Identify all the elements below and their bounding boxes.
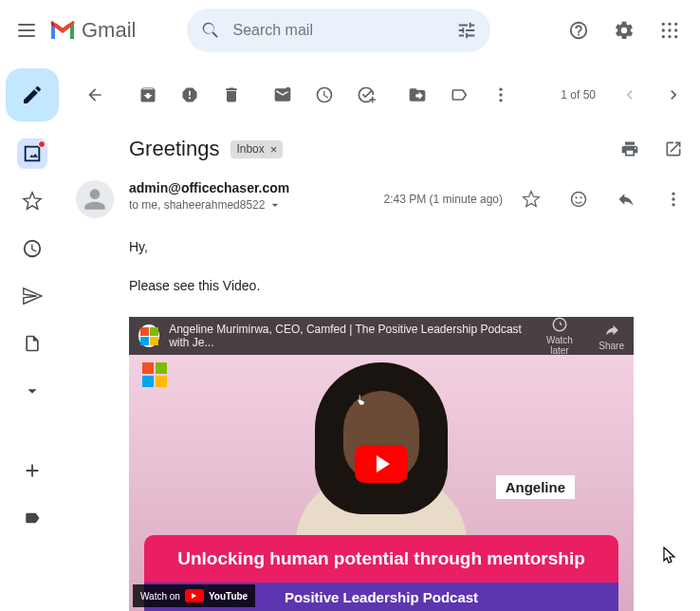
arrow-back-icon bbox=[85, 85, 104, 104]
message-more-button[interactable] bbox=[654, 180, 692, 218]
gmail-logo[interactable]: Gmail bbox=[49, 18, 136, 43]
chevron-left-icon bbox=[620, 85, 639, 104]
archive-button[interactable] bbox=[129, 76, 167, 114]
label-chip[interactable]: Inbox × bbox=[230, 140, 283, 158]
chevron-right-icon bbox=[664, 85, 683, 104]
video-banner-1: Unlocking human potential through mentor… bbox=[144, 535, 618, 583]
label-text: Inbox bbox=[236, 142, 264, 156]
unread-button[interactable] bbox=[264, 76, 302, 114]
next-button[interactable] bbox=[654, 76, 692, 114]
more-vert-icon bbox=[491, 85, 510, 104]
svg-point-14 bbox=[575, 196, 577, 198]
ms-logo bbox=[142, 362, 167, 387]
more-button[interactable] bbox=[482, 76, 520, 114]
svg-point-13 bbox=[572, 193, 586, 207]
svg-point-17 bbox=[672, 197, 674, 200]
spam-button[interactable] bbox=[171, 76, 209, 114]
gmail-logo-text: Gmail bbox=[82, 18, 136, 43]
sidebar-item-sent[interactable] bbox=[17, 281, 47, 311]
open-new-icon bbox=[664, 139, 683, 158]
share-button[interactable]: Share bbox=[599, 322, 624, 351]
svg-point-15 bbox=[580, 196, 581, 198]
svg-point-11 bbox=[499, 93, 502, 96]
video-name-tag: Angeline bbox=[496, 475, 575, 499]
svg-point-2 bbox=[674, 23, 677, 26]
folder-move-icon bbox=[408, 85, 427, 104]
main-menu-button[interactable] bbox=[8, 11, 46, 49]
app-header: Gmail bbox=[0, 0, 700, 61]
gear-icon bbox=[614, 20, 635, 41]
svg-point-9 bbox=[286, 87, 290, 92]
sender-row: admin@officechaser.com to me, shaheerahm… bbox=[76, 180, 692, 218]
video-person bbox=[277, 343, 486, 543]
print-button[interactable] bbox=[611, 130, 649, 168]
trash-icon bbox=[222, 85, 241, 104]
label-outline-icon bbox=[450, 85, 469, 104]
snooze-button[interactable] bbox=[305, 76, 343, 114]
newwindow-button[interactable] bbox=[654, 130, 692, 168]
recipients-text: to me, shaheerahmed8522 bbox=[129, 198, 265, 212]
prev-button[interactable] bbox=[611, 76, 649, 114]
sidebar bbox=[0, 61, 64, 611]
person-icon bbox=[80, 184, 110, 214]
recipients[interactable]: to me, shaheerahmed8522 bbox=[129, 197, 384, 213]
report-icon bbox=[180, 85, 199, 104]
print-icon bbox=[620, 139, 639, 158]
settings-button[interactable] bbox=[605, 11, 643, 49]
sidebar-item-inbox[interactable] bbox=[17, 139, 47, 169]
reply-icon bbox=[617, 190, 636, 209]
svg-point-6 bbox=[662, 35, 665, 38]
subject-row: Greetings Inbox × bbox=[76, 137, 692, 161]
sidebar-item-drafts[interactable] bbox=[17, 328, 47, 359]
header-right bbox=[560, 11, 692, 49]
play-button[interactable] bbox=[355, 445, 408, 483]
star-button[interactable] bbox=[512, 180, 550, 218]
star-outline-icon bbox=[522, 190, 541, 209]
hamburger-icon bbox=[18, 24, 35, 37]
tune-icon[interactable] bbox=[456, 20, 477, 41]
addtask-button[interactable] bbox=[347, 76, 385, 114]
sender-avatar[interactable] bbox=[76, 180, 114, 218]
svg-point-4 bbox=[668, 28, 671, 31]
sidebar-item-snoozed[interactable] bbox=[17, 233, 47, 264]
sidebar-item-label[interactable] bbox=[17, 503, 47, 533]
watch-on-youtube[interactable]: Watch on YouTube bbox=[133, 584, 255, 607]
add-task-icon bbox=[357, 85, 376, 104]
moveto-button[interactable] bbox=[398, 76, 436, 114]
reply-button[interactable] bbox=[607, 180, 645, 218]
svg-point-0 bbox=[662, 23, 665, 26]
svg-point-7 bbox=[668, 35, 671, 38]
pencil-icon bbox=[21, 83, 44, 106]
delete-button[interactable] bbox=[212, 76, 250, 114]
react-button[interactable] bbox=[560, 180, 598, 218]
support-button[interactable] bbox=[560, 11, 598, 49]
search-bar[interactable] bbox=[187, 9, 490, 52]
sidebar-item-starred[interactable] bbox=[17, 186, 47, 216]
body-line-1: Hy, bbox=[129, 235, 692, 259]
apps-button[interactable] bbox=[651, 11, 689, 49]
channel-icon bbox=[138, 324, 159, 347]
help-icon bbox=[568, 20, 589, 41]
body-line-2: Please see this Video. bbox=[129, 274, 692, 298]
labels-button[interactable] bbox=[440, 76, 478, 114]
sender-email: admin@officechaser.com bbox=[129, 180, 384, 195]
message-counter: 1 of 50 bbox=[561, 88, 596, 102]
cursor-arrow-icon bbox=[663, 546, 678, 568]
subject-text: Greetings bbox=[129, 137, 219, 161]
back-button[interactable] bbox=[76, 76, 114, 114]
compose-button[interactable] bbox=[6, 68, 59, 121]
sidebar-item-more[interactable] bbox=[17, 376, 47, 406]
mail-unread-icon bbox=[273, 85, 292, 104]
search-icon bbox=[200, 20, 221, 41]
label-icon bbox=[22, 509, 43, 527]
sidebar-item-new-label[interactable] bbox=[17, 455, 47, 486]
search-input[interactable] bbox=[232, 22, 456, 39]
message-toolbar: 1 of 50 bbox=[76, 72, 692, 118]
svg-point-5 bbox=[674, 28, 677, 31]
watch-later-button[interactable]: Watch later bbox=[539, 317, 580, 356]
label-remove[interactable]: × bbox=[270, 142, 278, 157]
cursor-pointer-icon bbox=[353, 393, 368, 413]
video-embed[interactable]: Angeline Murimirwa, CEO, Camfed | The Po… bbox=[129, 317, 634, 611]
svg-point-3 bbox=[662, 28, 665, 31]
apps-icon bbox=[660, 21, 679, 40]
